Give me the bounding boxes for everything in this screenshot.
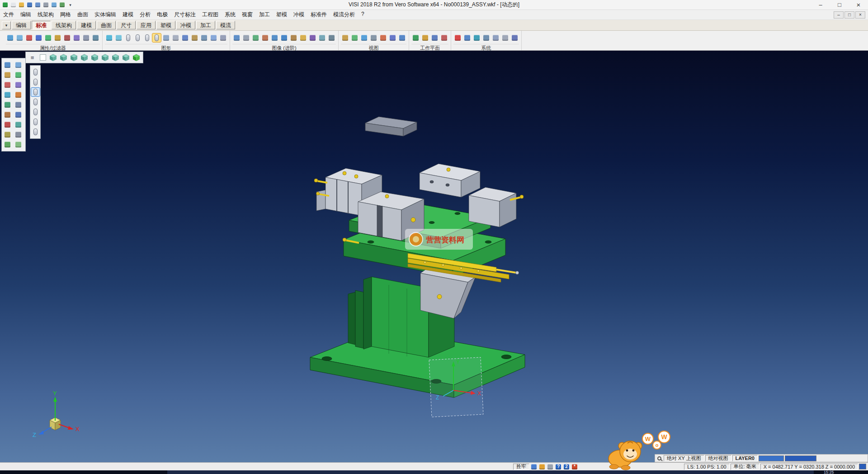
filter-type-icon[interactable] [72, 33, 81, 42]
filter-reset-icon[interactable] [91, 33, 100, 42]
line-icon[interactable] [14, 71, 23, 79]
menu-冲模[interactable]: 冲模 [290, 9, 307, 20]
extend-icon[interactable] [14, 81, 23, 89]
text-icon[interactable] [14, 130, 23, 139]
workplane-align-icon[interactable] [430, 33, 439, 42]
workplane-edit-icon[interactable] [421, 33, 429, 42]
delete-icon[interactable] [3, 120, 12, 129]
save-all-icon[interactable] [34, 1, 41, 8]
select-icon[interactable] [3, 61, 12, 69]
snap-settings-icon[interactable]: * [571, 463, 578, 470]
texture-icon[interactable] [289, 33, 298, 42]
absolute-view-cell[interactable]: 绝对视图 [705, 455, 731, 461]
tab-尺寸[interactable]: 尺寸 [117, 21, 136, 29]
tab-建模[interactable]: 建模 [77, 21, 96, 29]
back-view-icon[interactable] [100, 53, 110, 62]
menu-视窗[interactable]: 视窗 [239, 9, 256, 20]
named-view-icon[interactable] [38, 53, 47, 62]
bottom-view-icon[interactable] [111, 53, 120, 62]
viewport-3d[interactable]: ≡ [0, 51, 868, 470]
zoom-window-icon[interactable] [341, 33, 349, 42]
minimize-button[interactable]: – [811, 0, 830, 9]
snapshot-icon[interactable] [59, 1, 66, 8]
render-icon[interactable] [280, 33, 288, 42]
help-icon[interactable]: ? [555, 463, 562, 470]
open-file-icon[interactable] [18, 1, 25, 8]
taskbar-handle[interactable] [167, 470, 814, 474]
layer-cell[interactable]: LAYER0 [732, 455, 758, 461]
transparency-icon[interactable] [318, 33, 326, 42]
print-icon[interactable] [42, 1, 49, 8]
tab-dropdown-button[interactable]: ▾ [2, 21, 11, 29]
layer-cylinder-1-icon[interactable] [124, 33, 132, 42]
menu-电极[interactable]: 电极 [154, 9, 171, 20]
scale-icon[interactable] [3, 110, 12, 119]
tab-线架构[interactable]: 线架构 [52, 21, 76, 29]
profile-2-icon[interactable]: 2 [563, 463, 570, 470]
color-swatch[interactable] [759, 455, 784, 461]
tab-编辑[interactable]: 编辑 [12, 21, 31, 29]
shaded-cube-icon[interactable] [132, 53, 141, 62]
menu-?[interactable]: ? [358, 9, 368, 20]
structure-icon[interactable] [200, 33, 208, 42]
render-mode-icon[interactable] [538, 463, 546, 470]
calculator-icon[interactable] [501, 33, 509, 42]
tab-模流[interactable]: 模流 [216, 21, 235, 29]
copy-icon[interactable] [14, 90, 23, 99]
right-view-icon[interactable] [80, 53, 89, 62]
filter-funnel-icon[interactable] [82, 33, 90, 42]
solid-cylinder-icon[interactable] [31, 68, 40, 76]
rotate-view-icon[interactable] [379, 33, 387, 42]
lighting-icon[interactable] [299, 33, 307, 42]
menu-模流分析[interactable]: 模流分析 [330, 9, 358, 20]
app-icon[interactable] [2, 1, 9, 8]
menu-文件[interactable]: 文件 [0, 9, 17, 20]
menu-编辑[interactable]: 编辑 [17, 9, 34, 20]
shaded-view-icon[interactable] [232, 33, 241, 42]
monitor-icon[interactable] [463, 33, 472, 42]
printer-icon[interactable] [547, 463, 554, 470]
color-palette-icon[interactable] [453, 33, 462, 42]
visibility-icon[interactable] [209, 33, 218, 42]
point-icon[interactable] [3, 71, 12, 79]
hidden-line-icon[interactable] [242, 33, 250, 42]
undo-icon[interactable] [3, 140, 12, 149]
plot-icon[interactable] [51, 1, 57, 8]
mirror-icon[interactable] [14, 100, 23, 109]
tab-冲模[interactable]: 冲模 [176, 21, 195, 29]
material-icon[interactable] [308, 33, 317, 42]
mdi-minimize-button[interactable]: – [834, 11, 844, 19]
zoom-fit-icon[interactable] [350, 33, 359, 42]
group-icon[interactable] [181, 33, 189, 42]
snap-lock-cell[interactable]: 拴牢 [513, 464, 529, 470]
workplane-new-icon[interactable] [411, 33, 420, 42]
units-cell[interactable]: 单位: 毫米 [731, 464, 760, 470]
rotate-icon[interactable] [3, 100, 12, 109]
view-list-icon[interactable] [388, 33, 397, 42]
attribute-edit-icon[interactable] [6, 33, 14, 42]
close-button[interactable]: × [849, 0, 868, 9]
left-view-icon[interactable] [90, 53, 99, 62]
offset-icon[interactable] [14, 110, 23, 119]
mask-icon[interactable] [219, 33, 227, 42]
menu-工程图[interactable]: 工程图 [199, 9, 222, 20]
tab-曲面[interactable]: 曲面 [97, 21, 116, 29]
eye-icon[interactable] [398, 33, 406, 42]
move-icon[interactable] [3, 90, 12, 99]
zoom-image-icon[interactable] [270, 33, 279, 42]
menu-塑模[interactable]: 塑模 [273, 9, 290, 20]
dynamic-rotate-icon[interactable] [251, 33, 260, 42]
linestyle-swatch[interactable] [785, 455, 816, 461]
customize-caret[interactable]: ▾ [67, 1, 74, 8]
solid-cylinder-icon[interactable] [31, 128, 40, 136]
filter-magnet-all-icon[interactable] [34, 33, 43, 42]
layer-active-icon[interactable] [152, 33, 161, 42]
regen-icon[interactable] [105, 33, 113, 42]
iso-view-icon[interactable] [48, 53, 58, 62]
tab-应用[interactable]: 应用 [137, 21, 156, 29]
section-view-icon[interactable] [261, 33, 269, 42]
top-view-icon[interactable] [69, 53, 79, 62]
active-color-swatch[interactable] [859, 464, 866, 469]
save-icon[interactable] [26, 1, 33, 8]
database-icon[interactable] [190, 33, 199, 42]
